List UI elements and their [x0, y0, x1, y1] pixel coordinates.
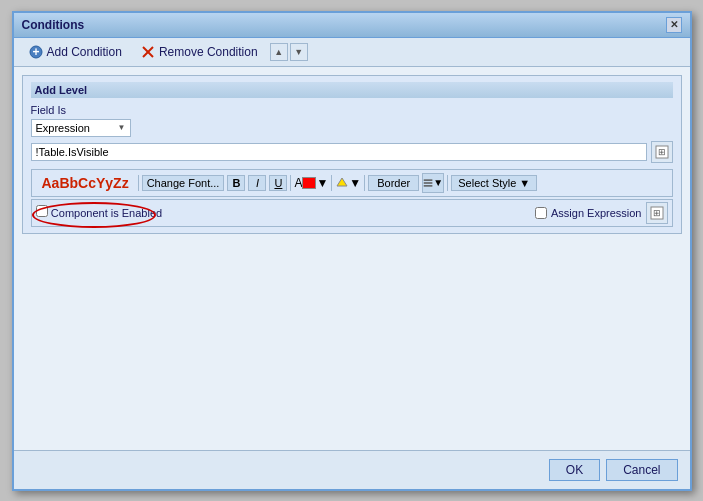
border-label: Border — [377, 177, 410, 189]
add-condition-label: Add Condition — [47, 45, 122, 59]
component-enabled-container: Component is Enabled — [36, 205, 163, 220]
main-toolbar: + Add Condition Remove Condition ▲ ▼ — [14, 38, 690, 67]
field-row: Expression ▼ — [31, 119, 673, 137]
italic-button[interactable]: I — [248, 175, 266, 191]
bold-label: B — [232, 177, 240, 189]
dialog-title: Conditions — [22, 18, 85, 32]
select-style-label: Select Style — [458, 177, 516, 189]
border-button[interactable]: Border — [368, 175, 419, 191]
add-condition-icon: + — [28, 44, 44, 60]
assign-expression-label: Assign Expression — [551, 207, 642, 219]
color-swatch — [302, 177, 316, 189]
title-bar: Conditions ✕ — [14, 13, 690, 38]
svg-rect-8 — [424, 182, 433, 183]
cancel-button[interactable]: Cancel — [606, 459, 677, 481]
list-dropdown-arrow: ▼ — [433, 177, 443, 188]
checkbox-row: Component is Enabled Assign Expression ⊞ — [31, 199, 673, 227]
nav-arrows: ▲ ▼ — [270, 43, 308, 61]
fmt-sep-1 — [138, 175, 139, 191]
color-dropdown-arrow: ▼ — [316, 176, 328, 190]
field-type-arrow: ▼ — [118, 123, 126, 132]
field-type-select[interactable]: Expression ▼ — [31, 119, 131, 137]
svg-text:⊞: ⊞ — [658, 147, 666, 157]
expression-row: ⊞ — [31, 141, 673, 163]
conditions-dialog: Conditions ✕ + Add Condition Remove Cond… — [12, 11, 692, 491]
nav-down-button[interactable]: ▼ — [290, 43, 308, 61]
field-is-label: Field Is — [31, 104, 673, 116]
close-button[interactable]: ✕ — [666, 17, 682, 33]
highlight-color-button[interactable]: ▼ — [335, 176, 361, 190]
fmt-sep-2 — [290, 175, 291, 191]
ok-button[interactable]: OK — [549, 459, 600, 481]
footer: OK Cancel — [14, 450, 690, 489]
svg-text:+: + — [32, 45, 39, 59]
preview-text: AaBbCcYyZz — [36, 173, 135, 193]
underline-button[interactable]: U — [269, 175, 287, 191]
fmt-sep-3 — [331, 175, 332, 191]
change-font-label: Change Font... — [147, 177, 220, 189]
assign-row: Assign Expression ⊞ — [535, 202, 668, 224]
change-font-button[interactable]: Change Font... — [142, 175, 225, 191]
highlight-dropdown-arrow: ▼ — [349, 176, 361, 190]
italic-label: I — [256, 177, 259, 189]
highlight-icon — [335, 176, 349, 190]
remove-condition-icon — [140, 44, 156, 60]
underline-label: U — [274, 177, 282, 189]
add-level-section: Add Level Field Is Expression ▼ ⊞ — [22, 75, 682, 234]
nav-up-button[interactable]: ▲ — [270, 43, 288, 61]
assign-expression-checkbox[interactable] — [535, 207, 547, 219]
section-title: Add Level — [31, 82, 673, 98]
expression-editor-button[interactable]: ⊞ — [651, 141, 673, 163]
font-color-label: A — [294, 176, 302, 190]
list-style-button[interactable]: ▼ — [422, 173, 444, 193]
field-type-value: Expression — [36, 122, 90, 134]
fmt-sep-5 — [447, 175, 448, 191]
component-enabled-checkbox[interactable] — [36, 205, 48, 217]
assign-expression-editor-button[interactable]: ⊞ — [646, 202, 668, 224]
select-style-button[interactable]: Select Style ▼ — [451, 175, 537, 191]
bottom-area — [22, 234, 682, 314]
select-style-arrow: ▼ — [519, 177, 530, 189]
font-color-button[interactable]: A ▼ — [294, 176, 328, 190]
svg-rect-7 — [424, 179, 433, 180]
remove-condition-button[interactable]: Remove Condition — [134, 42, 264, 62]
format-toolbar: AaBbCcYyZz Change Font... B I U A — [31, 169, 673, 197]
remove-condition-label: Remove Condition — [159, 45, 258, 59]
preview-row: AaBbCcYyZz — [36, 173, 135, 193]
svg-text:⊞: ⊞ — [653, 208, 661, 218]
add-condition-button[interactable]: + Add Condition — [22, 42, 128, 62]
bold-button[interactable]: B — [227, 175, 245, 191]
content-area: Add Level Field Is Expression ▼ ⊞ — [14, 67, 690, 450]
expression-input[interactable] — [31, 143, 647, 161]
component-enabled-label: Component is Enabled — [51, 207, 162, 219]
fmt-sep-4 — [364, 175, 365, 191]
svg-marker-6 — [337, 178, 347, 186]
list-icon — [423, 176, 433, 190]
svg-rect-9 — [424, 185, 433, 186]
